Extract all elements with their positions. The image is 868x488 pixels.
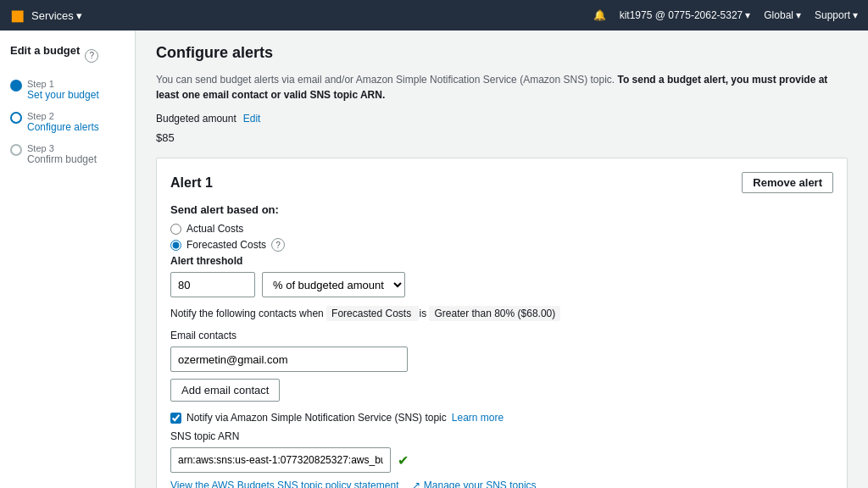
alert-1-threshold-input[interactable] bbox=[170, 272, 255, 297]
step-3-indicator bbox=[10, 144, 22, 156]
page-title: Configure alerts bbox=[156, 44, 273, 62]
nav-left: ◼ Services ▾ bbox=[10, 5, 82, 25]
alert-1-remove-button[interactable]: Remove alert bbox=[742, 172, 833, 193]
step-3-info: Step 3 Confirm budget bbox=[27, 143, 97, 165]
help-icon[interactable]: ? bbox=[85, 49, 98, 63]
alert-1-sns-learn-more[interactable]: Learn more bbox=[452, 412, 504, 424]
region-menu[interactable]: Global ▾ bbox=[764, 9, 801, 21]
step-2-indicator bbox=[10, 112, 22, 124]
alert-1-card: Alert 1 Remove alert Send alert based on… bbox=[156, 158, 848, 488]
alert-1-actual-costs-radio[interactable]: Actual Costs bbox=[170, 223, 833, 235]
user-menu[interactable]: kit1975 @ 0775-2062-5327 ▾ bbox=[620, 9, 751, 21]
step-1-indicator bbox=[10, 80, 22, 92]
step-2-info: Step 2 Configure alerts bbox=[27, 111, 99, 133]
alert-1-threshold-label: Alert threshold bbox=[170, 255, 833, 267]
edit-link[interactable]: Edit bbox=[243, 113, 261, 125]
info-text: You can send budget alerts via email and… bbox=[156, 72, 848, 103]
alert-1-arn-input[interactable] bbox=[170, 447, 391, 473]
region-chevron-icon: ▾ bbox=[796, 9, 801, 21]
alert-1-send-label: Send alert based on: bbox=[170, 203, 833, 216]
sidebar-title: Edit a budget bbox=[10, 44, 80, 57]
alert-1-email-input[interactable] bbox=[170, 347, 408, 372]
nav-right: 🔔 kit1975 @ 0775-2062-5327 ▾ Global ▾ Su… bbox=[593, 9, 858, 21]
top-nav: ◼ Services ▾ 🔔 kit1975 @ 0775-2062-5327 … bbox=[0, 0, 868, 30]
step-3: Step 3 Confirm budget bbox=[10, 143, 125, 165]
support-chevron-icon: ▾ bbox=[853, 9, 858, 21]
alert-1-sns-row: Notify via Amazon Simple Notification Se… bbox=[170, 412, 833, 424]
budgeted-row: Budgeted amount Edit bbox=[156, 113, 848, 125]
alert-1-policy-row: View the AWS Budgets SNS topic policy st… bbox=[170, 480, 833, 488]
alert-1-header: Alert 1 Remove alert bbox=[170, 172, 833, 193]
bell-icon[interactable]: 🔔 bbox=[593, 9, 606, 21]
forecasted-help-icon[interactable]: ? bbox=[271, 238, 285, 252]
user-chevron-icon: ▾ bbox=[745, 9, 750, 21]
alert-1-email-section: Email contacts Add email contact bbox=[170, 330, 833, 402]
alert-1-forecasted-costs-radio[interactable]: Forecasted Costs ? bbox=[170, 238, 833, 252]
alert-1-sns-checkbox[interactable] bbox=[170, 413, 181, 424]
services-chevron-icon: ▾ bbox=[76, 9, 82, 22]
external-link-icon: ↗ bbox=[412, 480, 420, 488]
step-1-info: Step 1 Set your budget bbox=[27, 79, 99, 101]
arn-verified-icon: ✔ bbox=[398, 452, 409, 469]
alert-1-threshold-select[interactable]: % of budgeted amount Absolute value bbox=[262, 272, 405, 297]
alert-1-threshold-row: % of budgeted amount Absolute value bbox=[170, 272, 833, 297]
step-1-label[interactable]: Set your budget bbox=[27, 89, 99, 101]
manage-sns-link[interactable]: ↗ Manage your SNS topics bbox=[412, 480, 536, 488]
main-content: Configure alerts You can send budget ale… bbox=[136, 30, 868, 488]
alert-1-add-email-button[interactable]: Add email contact bbox=[170, 379, 280, 402]
forecasted-costs-radio-input[interactable] bbox=[170, 240, 181, 251]
actual-costs-radio-input[interactable] bbox=[170, 224, 181, 235]
app-layout: Edit a budget ? Step 1 Set your budget S… bbox=[0, 30, 868, 488]
sidebar: Edit a budget ? Step 1 Set your budget S… bbox=[0, 30, 136, 488]
support-menu[interactable]: Support ▾ bbox=[815, 9, 858, 21]
alert-1-notify-row: Notify the following contacts when Forec… bbox=[170, 308, 833, 319]
alert-1-title: Alert 1 bbox=[170, 175, 213, 191]
budget-amount: $85 bbox=[156, 131, 848, 144]
page-header: Configure alerts bbox=[156, 44, 848, 62]
alert-1-email-label: Email contacts bbox=[170, 330, 833, 341]
alert-1-radio-group: Actual Costs Forecasted Costs ? bbox=[170, 223, 833, 252]
aws-logo: ◼ bbox=[10, 5, 25, 25]
step-2: Step 2 Configure alerts bbox=[10, 111, 125, 133]
step-3-label: Confirm budget bbox=[27, 153, 97, 165]
services-button[interactable]: Services ▾ bbox=[31, 9, 82, 22]
step-2-label[interactable]: Configure alerts bbox=[27, 121, 99, 133]
alert-1-arn-row: ✔ bbox=[170, 447, 833, 473]
steps-list: Step 1 Set your budget Step 2 Configure … bbox=[10, 79, 125, 165]
view-policy-link[interactable]: View the AWS Budgets SNS topic policy st… bbox=[170, 480, 398, 488]
step-1: Step 1 Set your budget bbox=[10, 79, 125, 101]
alert-1-arn-label: SNS topic ARN bbox=[170, 430, 833, 442]
